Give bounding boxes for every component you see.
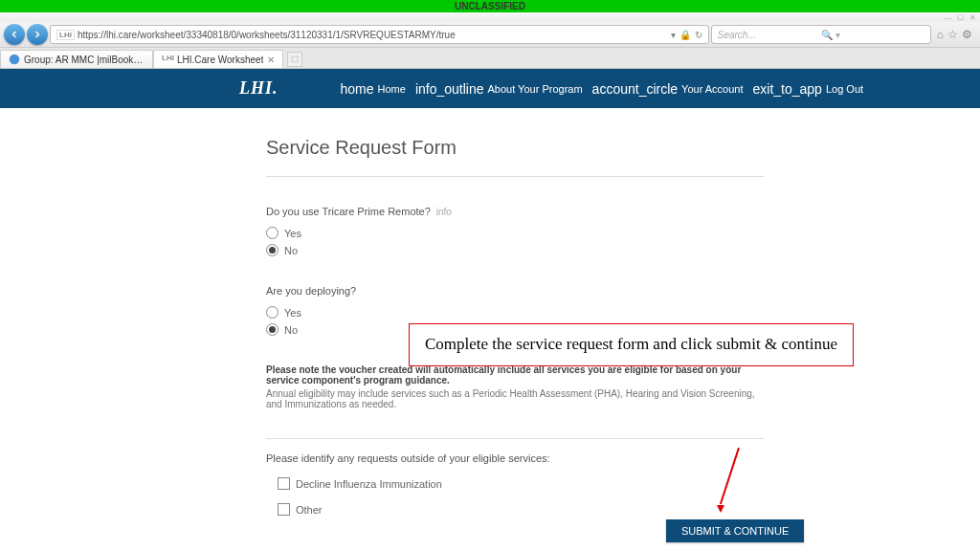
nav-home-label: Home	[378, 83, 406, 95]
toolbar-extras: ⌂ ☆ ⚙	[933, 28, 976, 41]
info-icon[interactable]: info	[436, 207, 452, 217]
nav-account-label: Your Account	[681, 83, 743, 95]
q1-option-yes[interactable]: Yes	[266, 227, 764, 239]
tab-1[interactable]: Group: AR MMC |milBook Ho...	[0, 50, 153, 68]
tab-favicon-1	[9, 54, 20, 65]
q1-label: Do you use Tricare Prime Remote? info	[266, 206, 764, 217]
radio-yes-2[interactable]	[266, 306, 278, 319]
search-placeholder: Search...	[718, 30, 821, 40]
minimize-icon[interactable]: —	[944, 13, 951, 22]
arrow-right-icon	[32, 29, 43, 40]
back-button[interactable]	[4, 24, 25, 45]
q1-text: Do you use Tricare Prime Remote?	[266, 206, 431, 217]
nav-logout-label: Log Out	[826, 83, 863, 95]
refresh-icon[interactable]: ↻	[695, 30, 702, 40]
lock-icon: 🔒	[679, 30, 691, 40]
search-icon[interactable]: 🔍 ▾	[821, 30, 924, 40]
site-header: LHI. home Home info_outline About Your P…	[0, 69, 980, 108]
new-tab-icon	[291, 55, 299, 63]
tab-strip: Group: AR MMC |milBook Ho... LHI LHI.Car…	[0, 48, 980, 69]
checkbox-2-label: Other	[296, 504, 323, 516]
address-bar[interactable]: LHI https://lhi.care/worksheet/33340818/…	[50, 25, 709, 44]
classification-banner: UNCLASSIFIED	[0, 0, 980, 12]
checkbox-1-label: Decline Influenza Immunization	[296, 478, 442, 490]
tab-favicon-2: LHI	[162, 54, 173, 65]
window-titlebar: — ☐ ✕	[0, 12, 980, 22]
svg-rect-1	[292, 56, 298, 62]
callout-arrow	[738, 448, 740, 507]
main-nav: home Home info_outline About Your Progra…	[341, 81, 864, 97]
submit-continue-button[interactable]: SUBMIT & CONTINUE	[666, 519, 804, 542]
instruction-callout: Complete the service request form and cl…	[409, 323, 854, 366]
q2-no-label: No	[284, 324, 298, 336]
voucher-note: Please note the voucher created will aut…	[266, 364, 764, 409]
tab-title-1: Group: AR MMC |milBook Ho...	[24, 55, 145, 65]
nav-about[interactable]: info_outline About Your Program	[415, 81, 583, 97]
radio-yes-1[interactable]	[266, 227, 278, 239]
close-icon[interactable]: ✕	[969, 13, 976, 22]
svg-point-0	[10, 55, 20, 65]
q2-yes-label: Yes	[284, 307, 301, 319]
note-bold-text: Please note the voucher created will aut…	[266, 364, 764, 386]
nav-home[interactable]: home Home	[341, 81, 406, 97]
url-text: https://lhi.care/worksheet/33340818/0/wo…	[78, 30, 671, 40]
radio-no-2[interactable]	[266, 323, 278, 336]
browser-toolbar: LHI https://lhi.care/worksheet/33340818/…	[0, 22, 980, 48]
radio-no-1[interactable]	[266, 244, 278, 256]
nav-about-label: About Your Program	[488, 83, 583, 95]
tab-title-2: LHI.Care Worksheet	[177, 55, 263, 65]
note-small-text: Annual eligibility may include services …	[266, 388, 764, 409]
title-divider	[266, 176, 764, 177]
forward-button[interactable]	[27, 24, 48, 45]
url-indicators: ▾ 🔒 ↻	[671, 30, 702, 40]
arrow-left-icon	[9, 29, 20, 40]
checkbox-1[interactable]	[278, 477, 290, 490]
site-badge: LHI	[56, 30, 75, 40]
checkbox-other[interactable]: Other	[278, 503, 764, 516]
q2-option-yes[interactable]: Yes	[266, 306, 764, 319]
home-icon[interactable]: ⌂	[937, 28, 944, 41]
dropdown-icon[interactable]: ▾	[671, 30, 676, 40]
checkbox-2[interactable]	[278, 503, 290, 516]
tab-close-icon[interactable]: ✕	[267, 55, 275, 65]
q1-no-label: No	[284, 245, 298, 256]
tab-2[interactable]: LHI LHI.Care Worksheet ✕	[153, 50, 283, 68]
maximize-icon[interactable]: ☐	[957, 13, 964, 22]
info-icon-text: info_outline	[415, 81, 484, 97]
nav-account[interactable]: account_circle Your Account	[592, 81, 744, 97]
checkbox-decline-flu[interactable]: Decline Influenza Immunization	[278, 477, 764, 490]
browser-search-bar[interactable]: Search... 🔍 ▾	[711, 25, 931, 44]
section-divider	[266, 438, 764, 439]
q2-label: Are you deploying?	[266, 285, 764, 297]
gear-icon[interactable]: ⚙	[962, 28, 972, 41]
star-icon[interactable]: ☆	[947, 28, 958, 41]
account-icon-text: account_circle	[592, 81, 679, 97]
home-icon-text: home	[341, 81, 374, 97]
new-tab-button[interactable]	[287, 52, 302, 67]
nav-logout[interactable]: exit_to_app Log Out	[753, 81, 864, 97]
q1-yes-label: Yes	[284, 228, 301, 239]
page-title: Service Request Form	[266, 137, 764, 159]
q1-option-no[interactable]: No	[266, 244, 764, 256]
exit-icon-text: exit_to_app	[753, 81, 822, 97]
site-logo[interactable]: LHI.	[0, 78, 278, 99]
question-tricare: Do you use Tricare Prime Remote? info Ye…	[266, 206, 764, 256]
identify-label: Please identify any requests outside of …	[266, 452, 764, 464]
